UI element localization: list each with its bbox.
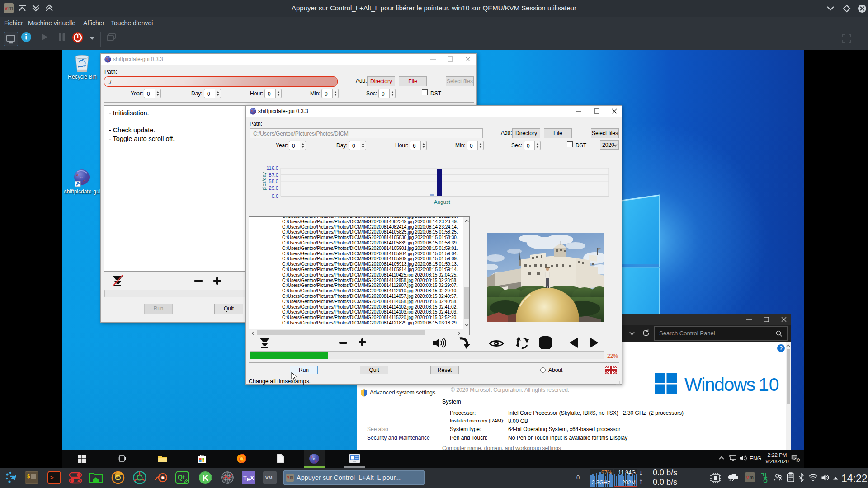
svg-text:2: 2 [797, 458, 799, 462]
svg-text:87.0: 87.0 [269, 172, 278, 178]
svg-text:a: a [76, 173, 79, 177]
svg-text:d.: d. [83, 179, 86, 183]
svg-text:0.0: 0.0 [272, 193, 278, 199]
svg-text:116.0: 116.0 [266, 165, 278, 171]
svg-text:P: P [313, 458, 315, 460]
svg-text:a: a [311, 455, 312, 458]
svg-text:August: August [434, 199, 451, 205]
svg-text:pics/day: pics/day [261, 172, 267, 190]
svg-text:58.0: 58.0 [269, 178, 278, 184]
svg-text:d.: d. [315, 460, 317, 462]
svg-text:P: P [80, 176, 82, 180]
svg-text:K: K [203, 474, 208, 483]
svg-text:29.0: 29.0 [269, 185, 278, 191]
svg-text:?: ? [779, 345, 783, 352]
